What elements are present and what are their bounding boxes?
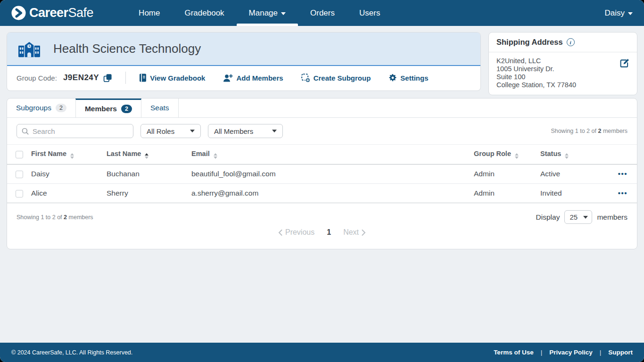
- next-page-button[interactable]: Next: [343, 228, 366, 237]
- sort-icon[interactable]: [70, 153, 74, 159]
- table-row: Daisy Buchanan beautiful_fool@gmail.com …: [7, 165, 637, 184]
- row-checkbox[interactable]: [16, 171, 23, 178]
- previous-page-button[interactable]: Previous: [278, 228, 314, 237]
- display-label: Display: [536, 213, 560, 222]
- address-line: College Station, TX 77840: [496, 81, 629, 89]
- column-header-group-role[interactable]: Group Role: [474, 145, 540, 165]
- row-actions-menu-button[interactable]: •••: [618, 170, 627, 178]
- cell-group-role: Admin: [474, 165, 540, 184]
- chevron-left-icon: [278, 230, 282, 236]
- page-size-control: Display 25 members: [536, 210, 627, 224]
- settings-link[interactable]: Settings: [388, 74, 428, 82]
- caret-down-icon: [583, 216, 588, 219]
- address-line: 1005 University Dr.: [496, 65, 629, 73]
- gradebook-icon: [139, 74, 147, 82]
- address-line: Suite 100: [496, 73, 629, 81]
- edit-address-button[interactable]: [619, 58, 629, 68]
- info-icon[interactable]: i: [567, 38, 575, 46]
- group-title: Health Science Technology: [53, 41, 201, 56]
- members-filter-select[interactable]: All Members: [208, 124, 283, 138]
- subgroup-dashed-box-plus-icon: [301, 74, 310, 82]
- view-gradebook-link[interactable]: View Gradebook: [139, 74, 205, 82]
- page-footer: © 2024 CareerSafe, LLC. All Rights Reser…: [0, 343, 644, 362]
- divider: [125, 72, 126, 84]
- person-plus-icon: [223, 74, 233, 82]
- column-header-first-name[interactable]: First Name: [31, 145, 107, 165]
- tab-members[interactable]: Members 2: [75, 99, 141, 117]
- tabstrip: Subgroups 2 Members 2 Seats: [7, 99, 637, 118]
- filter-row: All Roles All Members Showing 1 to 2 of …: [7, 118, 637, 144]
- user-name: Daisy: [604, 8, 625, 18]
- page-content: Health Science Technology Group Code: J9…: [0, 26, 644, 343]
- brand-chevron-icon: [11, 6, 26, 20]
- sort-icon[interactable]: [515, 153, 519, 159]
- caret-down-icon: [272, 130, 277, 132]
- terms-of-use-link[interactable]: Terms of Use: [494, 349, 534, 356]
- school-icon: [18, 41, 40, 58]
- search-input[interactable]: [33, 127, 128, 135]
- copy-code-button[interactable]: [103, 74, 112, 82]
- sort-icon[interactable]: [214, 153, 217, 159]
- shipping-address-title: Shipping Address: [496, 38, 563, 47]
- app-window: CareerSafe Home Gradebook Manage Orders …: [0, 0, 644, 362]
- primary-nav: Home Gradebook Manage Orders Users: [126, 0, 392, 26]
- footer-links: Terms of Use | Privacy Policy | Support: [494, 349, 633, 356]
- page-size-select[interactable]: 25: [564, 210, 592, 224]
- tab-subgroups[interactable]: Subgroups 2: [7, 99, 75, 117]
- select-all-checkbox[interactable]: [16, 151, 23, 158]
- cell-email: beautiful_fool@gmail.com: [191, 165, 474, 184]
- nav-item-gradebook[interactable]: Gradebook: [172, 0, 236, 26]
- caret-down-icon: [628, 12, 633, 15]
- nav-item-users[interactable]: Users: [347, 0, 392, 26]
- group-header-card: Health Science Technology Group Code: J9…: [7, 32, 481, 91]
- pagination: Previous 1 Next: [17, 228, 627, 237]
- cell-group-role: Admin: [474, 184, 540, 203]
- create-subgroup-link[interactable]: Create Subgroup: [301, 74, 371, 82]
- results-summary-bottom: Showing 1 to 2 of 2 members: [17, 214, 93, 221]
- brand-safe: Safe: [68, 6, 94, 20]
- column-header-email[interactable]: Email: [191, 145, 474, 165]
- search-icon: [22, 128, 29, 135]
- column-header-status[interactable]: Status: [540, 145, 611, 165]
- members-count-badge: 2: [121, 105, 132, 113]
- cell-first-name: Daisy: [31, 165, 107, 184]
- nav-item-orders[interactable]: Orders: [298, 0, 347, 26]
- search-box: [17, 124, 133, 138]
- tab-seats[interactable]: Seats: [141, 99, 179, 117]
- address-line: K2United, LLC: [496, 57, 629, 65]
- brand-career: Career: [29, 6, 68, 20]
- support-link[interactable]: Support: [608, 349, 633, 356]
- top-navigation-bar: CareerSafe Home Gradebook Manage Orders …: [0, 0, 644, 26]
- results-summary-top: Showing 1 to 2 of 2 members: [551, 128, 627, 134]
- group-code-row: Group Code: J9EN24Y: [7, 66, 480, 90]
- sort-icon-active[interactable]: [145, 153, 149, 159]
- display-suffix: members: [597, 213, 627, 222]
- copyright-text: © 2024 CareerSafe, LLC. All Rights Reser…: [11, 349, 132, 356]
- members-table: First Name Last Name Email Group Role St…: [7, 144, 637, 203]
- roles-filter-select[interactable]: All Roles: [140, 124, 201, 138]
- shipping-address-card: Shipping Address i K2United, LLC 1005 Un…: [488, 32, 637, 95]
- page-number-1[interactable]: 1: [327, 228, 331, 237]
- user-menu[interactable]: Daisy: [604, 8, 633, 18]
- group-code-label: Group Code:: [17, 74, 57, 82]
- nav-item-home[interactable]: Home: [126, 0, 172, 26]
- cell-status: Active: [540, 165, 611, 184]
- shipping-address-header: Shipping Address i: [489, 33, 637, 52]
- cell-last-name: Sherry: [107, 184, 191, 203]
- row-actions-menu-button[interactable]: •••: [618, 189, 627, 197]
- brand-wordmark: CareerSafe: [29, 6, 93, 20]
- chevron-right-icon: [362, 230, 366, 236]
- caret-down-icon: [281, 12, 286, 15]
- table-row: Alice Sherry a.sherry@gmail.com Admin In…: [7, 184, 637, 203]
- cell-last-name: Buchanan: [107, 165, 191, 184]
- sort-icon[interactable]: [565, 153, 569, 159]
- nav-item-manage[interactable]: Manage: [237, 0, 298, 26]
- privacy-policy-link[interactable]: Privacy Policy: [549, 349, 593, 356]
- column-header-last-name[interactable]: Last Name: [107, 145, 191, 165]
- group-title-bar: Health Science Technology: [7, 33, 480, 66]
- add-members-link[interactable]: Add Members: [223, 74, 283, 82]
- cell-status: Invited: [540, 184, 611, 203]
- careersafe-logo[interactable]: CareerSafe: [11, 6, 93, 20]
- caret-down-icon: [190, 130, 195, 132]
- row-checkbox[interactable]: [16, 190, 23, 197]
